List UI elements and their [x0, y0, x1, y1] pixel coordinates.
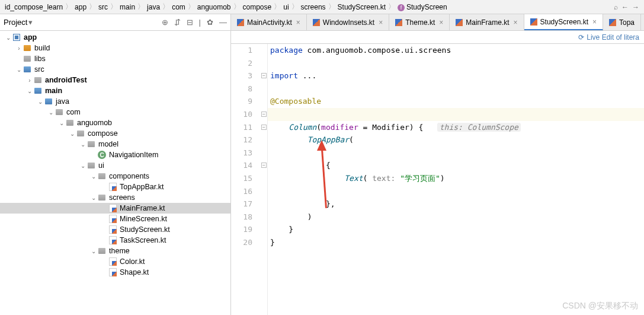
expand-all-icon[interactable]: ⇵ — [174, 18, 181, 27]
tree-item[interactable]: ⌄com — [0, 107, 230, 117]
fold-cell[interactable] — [261, 198, 267, 211]
tree-toggle-icon[interactable]: ⌄ — [90, 173, 97, 180]
folder-orange-icon — [23, 43, 32, 53]
tree-toggle-icon[interactable]: › — [26, 77, 33, 84]
tree-item[interactable]: ⌄app — [0, 32, 230, 43]
crumb[interactable]: compose — [243, 3, 272, 11]
tree-toggle-icon[interactable]: ⌄ — [5, 34, 12, 41]
fold-cell[interactable] — [261, 185, 267, 198]
code-content[interactable]: package com.anguomob.compose.ui.screens … — [268, 44, 644, 315]
tree-item[interactable]: CNavigationItem — [0, 149, 230, 160]
tree-item[interactable]: ›build — [0, 43, 230, 53]
fold-cell[interactable]: − — [261, 159, 267, 172]
editor-tab[interactable]: MainFrame.kt× — [450, 14, 524, 30]
editor-tab[interactable]: Theme.kt× — [389, 14, 450, 30]
fold-cell[interactable] — [261, 95, 267, 108]
crumb[interactable]: src — [98, 3, 108, 11]
forward-icon[interactable]: → — [632, 3, 639, 11]
tree-item[interactable]: ⌄ui — [0, 160, 230, 171]
tree-toggle-icon[interactable]: ⌄ — [58, 120, 65, 126]
tree-item[interactable]: TopAppBar.kt — [0, 182, 230, 192]
settings-icon[interactable]: ✿ — [207, 18, 213, 27]
tree-toggle-icon[interactable]: ⌄ — [37, 98, 44, 105]
line-number: 3 — [231, 69, 252, 82]
tree-item[interactable]: ⌄main — [0, 85, 230, 96]
crumb[interactable]: screens — [301, 3, 326, 11]
project-tree[interactable]: ⌄app›buildlibs⌄src›androidTest⌄main⌄java… — [0, 31, 230, 315]
tree-item[interactable]: ⌄theme — [0, 246, 230, 256]
hide-icon[interactable]: — — [219, 18, 227, 27]
close-icon[interactable]: × — [296, 18, 300, 27]
tree-toggle-icon[interactable]: ⌄ — [15, 66, 23, 73]
editor-tab[interactable]: WindowInsets.kt× — [307, 14, 389, 30]
crumb[interactable]: java — [147, 3, 160, 11]
crumb[interactable]: id_compose_learn — [5, 3, 63, 11]
crumb-function[interactable]: StudyScreen — [398, 3, 447, 11]
fold-icon[interactable]: − — [261, 163, 267, 168]
fold-cell[interactable] — [261, 223, 267, 236]
tree-item[interactable]: ›androidTest — [0, 75, 230, 85]
tree-toggle-icon[interactable]: ⌄ — [26, 88, 33, 94]
back-icon[interactable]: ← — [621, 3, 629, 11]
tree-item[interactable]: MainFrame.kt — [0, 203, 230, 214]
tree-toggle-icon[interactable]: ⌄ — [90, 195, 97, 201]
fold-cell[interactable] — [261, 211, 267, 224]
live-edit-banner[interactable]: ⟳ Live Edit of litera — [231, 31, 644, 44]
project-panel-title[interactable]: Project — [4, 18, 27, 27]
fold-cell[interactable] — [261, 44, 267, 57]
tree-item[interactable]: ⌄anguomob — [0, 117, 230, 128]
tree-toggle-icon[interactable]: ⌄ — [47, 109, 55, 116]
tree-toggle-icon[interactable]: ⌄ — [69, 131, 76, 137]
tree-item[interactable]: TaskScreen.kt — [0, 235, 230, 246]
close-icon[interactable]: × — [439, 18, 443, 27]
tree-item[interactable]: ⌄java — [0, 96, 230, 107]
fold-cell[interactable]: − — [261, 69, 267, 82]
tree-toggle-icon[interactable]: ⌄ — [90, 248, 97, 254]
close-icon[interactable]: × — [379, 18, 383, 27]
chevron-down-icon[interactable]: ▾ — [28, 18, 33, 27]
crumb[interactable]: app — [75, 3, 86, 11]
tree-item[interactable]: ⌄compose — [0, 128, 230, 139]
tree-item[interactable]: ⌄components — [0, 171, 230, 182]
fold-icon[interactable]: − — [261, 112, 267, 117]
tree-item[interactable]: MineScreen.kt — [0, 214, 230, 224]
fold-cell[interactable] — [261, 57, 267, 70]
tab-label: Theme.kt — [405, 18, 435, 27]
tree-toggle-icon[interactable]: ⌄ — [79, 163, 86, 169]
fold-cell[interactable]: − — [261, 108, 267, 121]
editor-tab[interactable]: MainActivity.kt× — [231, 14, 307, 30]
tree-item[interactable]: ⌄model — [0, 139, 230, 149]
fold-icon[interactable]: − — [261, 73, 267, 78]
crumb[interactable]: com — [172, 3, 185, 11]
tree-item[interactable]: Shape.kt — [0, 267, 230, 278]
fold-cell[interactable] — [261, 82, 267, 96]
editor-tab[interactable]: Topa — [603, 14, 641, 30]
fold-cell[interactable] — [261, 236, 267, 249]
kt-icon — [108, 257, 117, 266]
tree-toggle-icon[interactable]: ⌄ — [79, 141, 86, 148]
select-opened-icon[interactable]: ⊕ — [162, 18, 168, 27]
close-icon[interactable]: × — [592, 18, 597, 26]
search-icon[interactable]: ⌕ — [614, 3, 618, 11]
code-area[interactable]: 123891011121314151617181920 −−−− package… — [231, 44, 644, 315]
fold-cell[interactable] — [261, 133, 267, 147]
collapse-all-icon[interactable]: ⊟ — [187, 18, 193, 27]
close-icon[interactable]: × — [514, 18, 518, 27]
editor-tab[interactable]: StudyScreen.kt× — [524, 14, 603, 30]
crumb[interactable]: ui — [283, 3, 289, 11]
tree-item[interactable]: StudyScreen.kt — [0, 224, 230, 235]
fold-cell[interactable]: − — [261, 121, 267, 134]
crumb[interactable]: anguomob — [197, 3, 231, 11]
crumb[interactable]: main — [120, 3, 135, 11]
crumb[interactable]: StudyScreen.kt — [338, 3, 386, 11]
tree-item[interactable]: libs — [0, 53, 230, 64]
fold-gutter[interactable]: −−−− — [261, 44, 268, 315]
tree-item[interactable]: ⌄screens — [0, 192, 230, 203]
tree-toggle-icon[interactable]: › — [15, 45, 23, 52]
fold-cell[interactable] — [261, 147, 267, 160]
folder-blue-icon — [33, 86, 43, 96]
fold-icon[interactable]: − — [261, 125, 267, 130]
tree-item[interactable]: Color.kt — [0, 256, 230, 267]
tree-item[interactable]: ⌄src — [0, 64, 230, 75]
fold-cell[interactable] — [261, 172, 267, 185]
